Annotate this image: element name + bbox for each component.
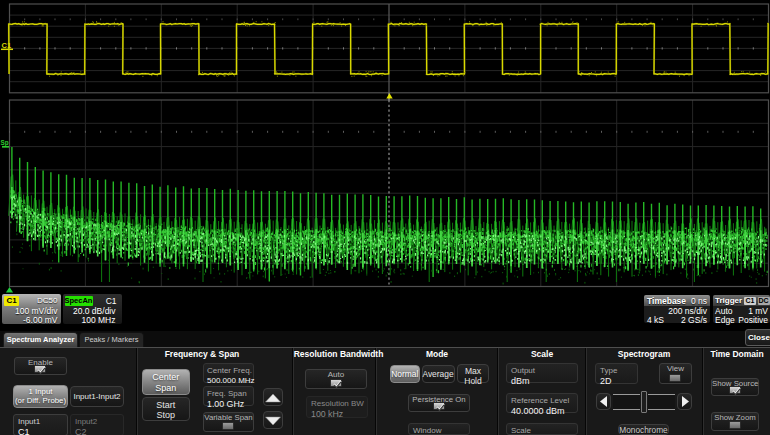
- svg-text:C1: C1: [2, 41, 12, 50]
- svg-text:Sp: Sp: [1, 139, 9, 147]
